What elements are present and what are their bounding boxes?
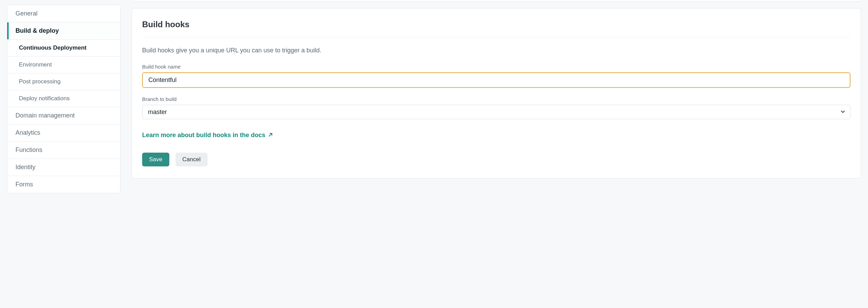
button-row: Save Cancel: [142, 153, 850, 166]
hook-name-label: Build hook name: [142, 64, 850, 70]
docs-link[interactable]: Learn more about build hooks in the docs: [142, 132, 273, 139]
sidebar-sub-deploy-notifications[interactable]: Deploy notifications: [7, 90, 120, 107]
sidebar-item-analytics[interactable]: Analytics: [7, 124, 120, 142]
branch-select[interactable]: master: [142, 105, 850, 119]
card-description: Build hooks give you a unique URL you ca…: [142, 47, 850, 54]
sidebar-sub-environment[interactable]: Environment: [7, 57, 120, 73]
hook-name-input[interactable]: [142, 72, 850, 88]
build-hooks-card: Build hooks Build hooks give you a uniqu…: [131, 8, 861, 178]
sidebar-item-general[interactable]: General: [7, 5, 120, 22]
save-button[interactable]: Save: [142, 153, 169, 166]
branch-label: Branch to build: [142, 96, 850, 102]
sidebar-item-identity[interactable]: Identity: [7, 159, 120, 176]
cancel-button[interactable]: Cancel: [176, 153, 208, 166]
page-root: General Build & deploy Continuous Deploy…: [0, 0, 868, 193]
card-title: Build hooks: [142, 20, 850, 37]
sidebar-item-domain-management[interactable]: Domain management: [7, 107, 120, 124]
external-link-icon: [268, 132, 273, 139]
sidebar-item-forms[interactable]: Forms: [7, 176, 120, 193]
sidebar-item-functions[interactable]: Functions: [7, 142, 120, 159]
sidebar-sub-post-processing[interactable]: Post processing: [7, 73, 120, 90]
docs-link-text: Learn more about build hooks in the docs: [142, 132, 265, 139]
main-column: Build hooks Build hooks give you a uniqu…: [131, 0, 861, 178]
sidebar-item-build-deploy[interactable]: Build & deploy: [7, 22, 120, 40]
previous-card-edge: [131, 0, 861, 1]
settings-sidebar: General Build & deploy Continuous Deploy…: [7, 5, 120, 193]
branch-select-wrap: master: [142, 105, 850, 119]
sidebar-sub-continuous-deployment[interactable]: Continuous Deployment: [7, 40, 120, 57]
